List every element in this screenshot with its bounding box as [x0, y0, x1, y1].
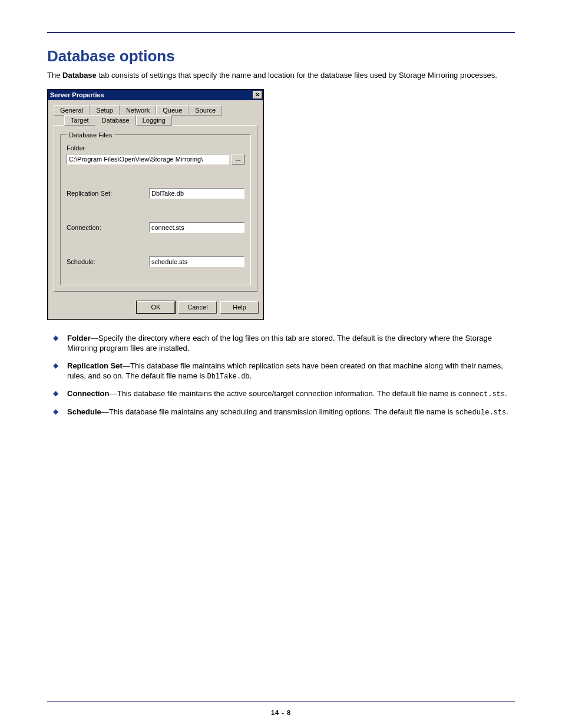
period: . — [250, 371, 252, 380]
browse-button[interactable]: ... — [232, 154, 244, 164]
bullet-folder-text: —Specify the directory where each of the… — [67, 334, 492, 353]
folder-input[interactable] — [67, 154, 229, 164]
bullet-conn-text: —This database file maintains the active… — [110, 389, 458, 398]
close-icon[interactable]: ✕ — [253, 91, 262, 99]
cancel-button[interactable]: Cancel — [178, 301, 217, 314]
bullet-repset-bold: Replication Set — [67, 361, 123, 370]
bullet-folder-bold: Folder — [67, 334, 91, 342]
list-item: Schedule—This database file maintains an… — [47, 407, 515, 417]
bullet-repset-text: —This database file maintains which repl… — [67, 361, 503, 381]
page-number: 14 - 8 — [0, 709, 562, 716]
group-legend: Database Files — [67, 131, 114, 139]
description-list: Folder—Specify the directory where each … — [47, 333, 515, 417]
period: . — [506, 407, 508, 416]
tab-database[interactable]: Database — [95, 115, 136, 126]
intro-paragraph: The Database tab consists of settings th… — [47, 70, 515, 81]
tab-network[interactable]: Network — [120, 105, 156, 116]
tab-queue[interactable]: Queue — [156, 105, 189, 116]
list-item: Connection—This database file maintains … — [47, 388, 515, 399]
tab-general[interactable]: General — [54, 105, 90, 116]
bullet-sched-text: —This database file maintains any schedu… — [101, 407, 455, 416]
bullet-sched-bold: Schedule — [67, 407, 101, 416]
schedule-input[interactable] — [149, 256, 244, 267]
intro-suffix: tab consists of settings that specify th… — [97, 71, 497, 80]
intro-prefix: The — [47, 71, 62, 80]
ok-button[interactable]: OK — [137, 301, 175, 314]
bullet-conn-code: connect.sts — [458, 390, 505, 398]
dialog-title: Server Properties — [50, 91, 104, 98]
dialog-titlebar[interactable]: Server Properties ✕ — [48, 90, 263, 100]
period: . — [505, 389, 507, 398]
folder-label: Folder — [67, 144, 244, 151]
replication-set-label: Replication Set: — [67, 190, 149, 197]
server-properties-dialog: Server Properties ✕ General Setup Networ… — [47, 89, 264, 320]
list-item: Replication Set—This database file maint… — [47, 361, 515, 382]
tab-source[interactable]: Source — [189, 105, 222, 116]
top-rule — [47, 32, 515, 33]
schedule-label: Schedule: — [67, 258, 149, 265]
tab-panel-database: Database Files Folder ... Replication Se… — [54, 125, 257, 292]
list-item: Folder—Specify the directory where each … — [47, 333, 515, 354]
bullet-repset-code: DblTake.db — [207, 373, 250, 381]
bullet-sched-code: schedule.sts — [455, 409, 506, 417]
bottom-rule — [47, 701, 515, 703]
tab-strip: General Setup Network Queue Source Targe… — [54, 105, 257, 126]
connection-label: Connection: — [67, 224, 149, 231]
dialog-body: General Setup Network Queue Source Targe… — [48, 100, 263, 295]
database-files-group: Database Files Folder ... Replication Se… — [60, 131, 251, 285]
connection-input[interactable] — [149, 222, 244, 233]
tab-setup[interactable]: Setup — [90, 105, 120, 116]
tab-target[interactable]: Target — [64, 115, 95, 126]
help-button[interactable]: Help — [220, 301, 259, 314]
dialog-button-row: OK Cancel Help — [48, 295, 263, 319]
replication-set-input[interactable] — [149, 188, 244, 199]
intro-bold: Database — [62, 71, 97, 80]
bullet-conn-bold: Connection — [67, 389, 110, 398]
page-content: Database options The Database tab consis… — [47, 47, 515, 424]
tab-logging[interactable]: Logging — [136, 115, 172, 126]
page-title: Database options — [47, 47, 515, 65]
